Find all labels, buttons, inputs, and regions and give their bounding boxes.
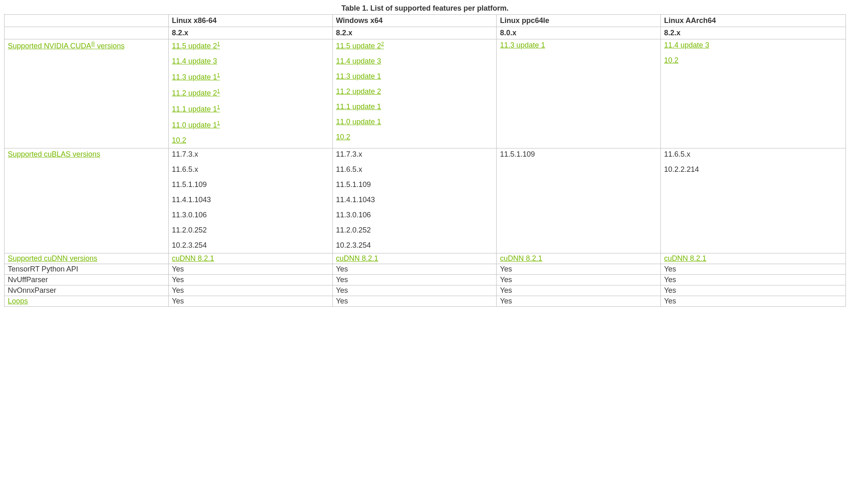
link-cuda-version[interactable]: 11.5 update 22 [336,42,384,50]
cublas-version: 10.2.3.254 [336,241,493,250]
link-cudnn-ppc64le[interactable]: cuDNN 8.2.1 [500,254,542,262]
row-value: Yes [661,275,846,285]
version-ppc64le: 8.0.x [497,27,661,39]
row-value: Yes [332,275,497,285]
header-linux-x86: Linux x86-64 [168,15,332,27]
row-value: Yes [332,264,497,275]
cublas-version: 11.4.1.1043 [336,196,493,204]
label-cuda: Supported NVIDIA CUDA® versions [5,39,169,148]
link-cudnn-linux-x86[interactable]: cuDNN 8.2.1 [172,254,214,262]
table-caption: Table 1. List of supported features per … [4,4,846,13]
cuda-windows: 11.5 update 2211.4 update 311.3 update 1… [332,39,497,148]
cublas-version: 11.3.0.106 [336,211,493,219]
cudnn-linux-x86: cuDNN 8.2.1 [168,253,332,264]
link-cuda-version[interactable]: 11.4 update 3 [336,57,381,65]
row-label: NvUffParser [5,275,169,285]
cublas-version: 11.6.5.x [664,150,842,159]
row-cudnn: Supported cuDNN versions cuDNN 8.2.1 cuD… [5,253,846,264]
cublas-ppc64le: 11.5.1.109 [497,148,661,253]
link-cublas-label[interactable]: Supported cuBLAS versions [8,150,100,158]
row-label: Loops [5,296,169,307]
link-row-label[interactable]: Loops [8,297,28,305]
row-value: Yes [661,296,846,307]
row-value: Yes [497,296,661,307]
cudnn-windows: cuDNN 8.2.1 [332,253,497,264]
link-cuda-version[interactable]: 11.3 update 11 [172,73,220,81]
link-cudnn-aarch64[interactable]: cuDNN 8.2.1 [664,254,706,262]
row-label: TensorRT Python API [5,264,169,275]
cublas-version: 10.2.2.214 [664,165,842,174]
cublas-aarch64: 11.6.5.x10.2.2.214 [661,148,846,253]
link-cuda-version[interactable]: 11.1 update 11 [172,105,220,113]
link-cuda-version[interactable]: 11.4 update 3 [172,57,217,65]
label-cudnn: Supported cuDNN versions [5,253,169,264]
link-cuda-version[interactable]: 10.2 [336,133,351,141]
cublas-version: 11.6.5.x [336,165,493,174]
cublas-version: 10.2.3.254 [172,241,329,250]
link-cuda-version[interactable]: 11.3 update 1 [500,41,545,49]
support-matrix-table: Linux x86-64 Windows x64 Linux ppc64le L… [4,14,846,307]
row-cublas: Supported cuBLAS versions 11.7.3.x11.6.5… [5,148,846,253]
link-cuda-version[interactable]: 11.5 update 21 [172,42,220,50]
link-cuda-version[interactable]: 11.2 update 21 [172,89,220,97]
version-aarch64: 8.2.x [661,27,846,39]
row-value: Yes [332,285,497,296]
row-value: Yes [168,285,332,296]
cublas-version: 11.2.0.252 [336,226,493,235]
table-row: NvOnnxParserYesYesYesYes [5,285,846,296]
link-cuda-version[interactable]: 11.1 update 1 [336,103,381,111]
cublas-version: 11.5.1.109 [336,180,493,189]
row-value: Yes [661,264,846,275]
link-cuda-version[interactable]: 11.0 update 1 [336,118,381,126]
header-ppc64le: Linux ppc64le [497,15,661,27]
cublas-version: 11.7.3.x [336,150,493,159]
row-value: Yes [497,264,661,275]
cudnn-ppc64le: cuDNN 8.2.1 [497,253,661,264]
cublas-version: 11.5.1.109 [500,150,657,159]
cublas-version: 11.6.5.x [172,165,329,174]
row-value: Yes [168,264,332,275]
cuda-ppc64le: 11.3 update 1 [497,39,661,148]
label-cublas: Supported cuBLAS versions [5,148,169,253]
cublas-version: 11.7.3.x [172,150,329,159]
header-windows: Windows x64 [332,15,497,27]
row-label: NvOnnxParser [5,285,169,296]
cublas-windows: 11.7.3.x11.6.5.x11.5.1.10911.4.1.104311.… [332,148,497,253]
link-cuda-version[interactable]: 10.2 [664,56,678,64]
row-value: Yes [332,296,497,307]
cuda-linux-x86: 11.5 update 2111.4 update 311.3 update 1… [168,39,332,148]
cublas-version: 11.5.1.109 [172,180,329,189]
link-cuda-version[interactable]: 10.2 [172,136,186,144]
link-cuda-version[interactable]: 11.0 update 11 [172,121,220,129]
cuda-aarch64: 11.4 update 310.2 [661,39,846,148]
table-row: TensorRT Python APIYesYesYesYes [5,264,846,275]
header-blank [5,15,169,27]
link-cuda-version[interactable]: 11.3 update 1 [336,72,381,80]
cublas-version: 11.4.1.1043 [172,196,329,204]
version-windows: 8.2.x [332,27,497,39]
row-value: Yes [661,285,846,296]
cudnn-aarch64: cuDNN 8.2.1 [661,253,846,264]
link-cudnn-label[interactable]: Supported cuDNN versions [8,254,97,262]
link-cuda-version[interactable]: 11.2 update 2 [336,87,381,96]
link-cuda-version[interactable]: 11.4 update 3 [664,41,709,49]
header-row-platforms: Linux x86-64 Windows x64 Linux ppc64le L… [5,15,846,27]
cublas-linux-x86: 11.7.3.x11.6.5.x11.5.1.10911.4.1.104311.… [168,148,332,253]
table-row: LoopsYesYesYesYes [5,296,846,307]
row-value: Yes [168,275,332,285]
header-aarch64: Linux AArch64 [661,15,846,27]
cublas-version: 11.2.0.252 [172,226,329,235]
version-linux-x86: 8.2.x [168,27,332,39]
header-row-versions: 8.2.x 8.2.x 8.0.x 8.2.x [5,27,846,39]
cublas-version: 11.3.0.106 [172,211,329,219]
header-blank-2 [5,27,169,39]
link-cudnn-windows[interactable]: cuDNN 8.2.1 [336,254,378,262]
row-value: Yes [168,296,332,307]
row-value: Yes [497,275,661,285]
link-cuda-label[interactable]: Supported NVIDIA CUDA® versions [8,42,124,50]
row-cuda: Supported NVIDIA CUDA® versions 11.5 upd… [5,39,846,148]
table-row: NvUffParserYesYesYesYes [5,275,846,285]
row-value: Yes [497,285,661,296]
